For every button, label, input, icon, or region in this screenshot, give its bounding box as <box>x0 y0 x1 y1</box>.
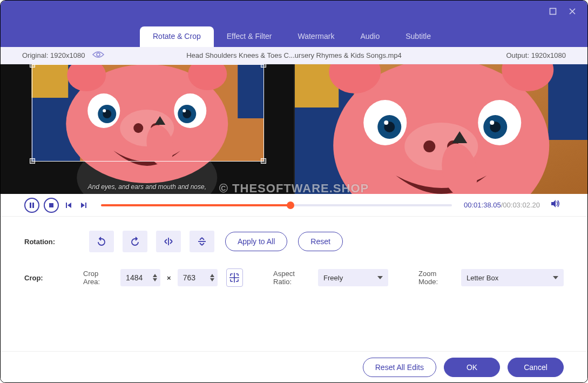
zoom-mode-select[interactable]: Letter Box <box>461 269 564 286</box>
rotate-left-button[interactable] <box>89 231 114 252</box>
volume-icon[interactable] <box>550 198 564 212</box>
next-frame-button[interactable] <box>78 198 89 213</box>
playback-controls: 00:01:38.05/00:03:02.20 <box>1 194 587 217</box>
chevron-down-icon <box>553 276 558 279</box>
prev-frame-button[interactable] <box>63 198 74 213</box>
output-resolution-label: Output: 1920x1080 <box>506 51 566 59</box>
pause-button[interactable] <box>24 198 39 213</box>
rotation-label: Rotation: <box>24 238 78 246</box>
stop-button[interactable] <box>44 198 59 213</box>
crop-width-stepper[interactable] <box>120 269 160 286</box>
crop-height-stepper[interactable] <box>178 269 218 286</box>
crop-height-up[interactable] <box>209 273 215 278</box>
tab-rotate-crop[interactable]: Rotate & Crop <box>140 26 214 47</box>
svg-rect-26 <box>548 64 587 140</box>
timecode: 00:01:38.05/00:03:02.20 <box>464 201 540 209</box>
titlebar <box>1 1 587 22</box>
crop-area-label: Crop Area: <box>83 270 114 286</box>
zoom-mode-value: Letter Box <box>467 274 498 282</box>
svg-rect-43 <box>32 203 34 208</box>
tabbar: Rotate & Crop Effect & Filter Watermark … <box>1 22 587 47</box>
filename-label: Head Shoulders Knees & Toes C...ursery R… <box>186 51 402 59</box>
aspect-ratio-select[interactable]: Freely <box>318 269 388 286</box>
multiply-icon: × <box>167 274 171 282</box>
center-crop-button[interactable] <box>226 268 243 287</box>
preview-eye-icon[interactable] <box>92 51 104 60</box>
crop-height-input[interactable] <box>183 273 207 282</box>
time-current: 00:01:38.05 <box>464 201 501 209</box>
footer: Reset All Edits OK Cancel <box>1 351 587 382</box>
flip-horizontal-button[interactable] <box>156 231 181 252</box>
reset-rotation-button[interactable]: Reset <box>298 232 343 251</box>
time-total: /00:03:02.20 <box>501 201 540 209</box>
rotate-right-button[interactable] <box>123 231 147 252</box>
preview-original-pane[interactable]: And eyes, and ears and mouth and nose, <box>1 64 295 194</box>
svg-rect-46 <box>85 203 86 208</box>
crop-label: Crop: <box>24 274 72 282</box>
aspect-ratio-label: Aspect Ratio: <box>273 270 312 286</box>
ok-button[interactable]: OK <box>444 358 500 377</box>
crop-frame[interactable] <box>32 64 264 162</box>
subtitle-text: And eyes, and ears and mouth and nose, <box>88 183 207 191</box>
tab-subtitle[interactable]: Subtitle <box>393 26 444 47</box>
svg-point-37 <box>384 120 388 125</box>
info-bar: Original: 1920x1080 Head Shoulders Knees… <box>1 47 587 64</box>
svg-point-1 <box>97 53 100 56</box>
close-icon[interactable] <box>563 2 582 21</box>
edit-panel: Rotation: Apply to All Reset Crop: Crop … <box>1 217 587 317</box>
crop-width-down[interactable] <box>152 278 158 282</box>
chevron-down-icon <box>377 276 383 279</box>
flip-vertical-button[interactable] <box>190 231 214 252</box>
svg-point-40 <box>490 120 494 125</box>
svg-rect-45 <box>66 203 67 208</box>
svg-rect-42 <box>30 203 31 208</box>
maximize-icon[interactable] <box>543 2 563 21</box>
svg-point-31 <box>423 140 435 152</box>
zoom-mode-label: Zoom Mode: <box>418 270 455 286</box>
cancel-button[interactable]: Cancel <box>508 358 564 377</box>
original-resolution-label: Original: 1920x1080 <box>22 51 85 59</box>
apply-to-all-button[interactable]: Apply to All <box>225 232 287 251</box>
svg-rect-44 <box>49 203 53 207</box>
tab-audio[interactable]: Audio <box>347 26 393 47</box>
reset-all-edits-button[interactable]: Reset All Edits <box>363 358 436 377</box>
aspect-ratio-value: Freely <box>323 274 343 282</box>
editor-window: Rotate & Crop Effect & Filter Watermark … <box>0 0 588 383</box>
tab-watermark[interactable]: Watermark <box>285 26 348 47</box>
crop-width-up[interactable] <box>152 273 158 278</box>
crop-width-input[interactable] <box>126 273 150 282</box>
preview-output-pane <box>295 64 588 194</box>
preview-area: And eyes, and ears and mouth and nose, <box>1 64 587 194</box>
crop-height-down[interactable] <box>209 278 215 282</box>
tab-effect-filter[interactable]: Effect & Filter <box>214 26 285 47</box>
seek-bar[interactable] <box>101 204 452 206</box>
svg-rect-0 <box>550 9 556 15</box>
